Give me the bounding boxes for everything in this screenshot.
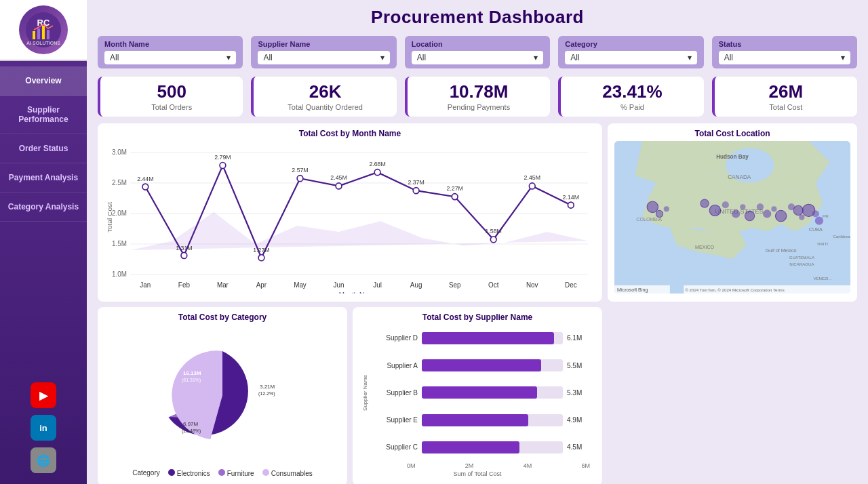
bar-supplier-e-label: Supplier E — [376, 416, 418, 424]
svg-text:2.45M: 2.45M — [524, 174, 540, 181]
sidebar-item-order-status[interactable]: Order Status — [0, 134, 87, 163]
svg-text:1.31M: 1.31M — [176, 244, 192, 251]
filters-row: Month Name All ▾ Supplier Name All ▾ Loc… — [87, 32, 868, 73]
filter-supplier-select[interactable]: All ▾ — [258, 51, 389, 64]
bar-chart-inner: Supplier D 6.1M Supplier A — [370, 325, 595, 461]
pie-chart-svg: 16.13M (61.31%) 6.97M (26.48%) 3.21M (12… — [155, 341, 290, 449]
svg-rect-5 — [47, 30, 50, 39]
svg-point-77 — [740, 204, 745, 209]
linkedin-icon[interactable]: in — [31, 415, 56, 441]
website-icon[interactable]: 🌐 — [31, 447, 56, 473]
svg-text:Sep: Sep — [449, 281, 461, 289]
svg-text:CUBA: CUBA — [809, 227, 823, 233]
svg-point-18 — [142, 184, 149, 190]
bar-supplier-c-track — [422, 441, 563, 453]
bar-chart-title: Total Cost by Supplier Name — [359, 312, 595, 322]
svg-text:1.58M: 1.58M — [486, 228, 502, 235]
filter-category-label: Category — [565, 40, 696, 48]
svg-point-20 — [220, 162, 226, 168]
svg-point-75 — [722, 201, 729, 208]
sidebar-item-payment-analysis[interactable]: Payment Analysis — [0, 163, 87, 193]
svg-text:NICARAGUA: NICARAGUA — [789, 262, 814, 266]
filter-status-label: Status — [719, 40, 850, 48]
svg-text:2.0M: 2.0M — [112, 209, 127, 217]
svg-point-26 — [452, 193, 458, 199]
svg-point-70 — [647, 201, 658, 212]
page-title: Procurement Dashboard — [100, 7, 854, 28]
filter-category-select[interactable]: All ▾ — [565, 51, 696, 64]
svg-text:Mar: Mar — [217, 281, 229, 289]
bar-supplier-b-value: 5.3M — [567, 389, 590, 397]
svg-text:(26.48%): (26.48%) — [182, 428, 201, 434]
filter-supplier-label: Supplier Name — [258, 40, 389, 48]
svg-text:Nov: Nov — [526, 281, 538, 289]
main-content: Procurement Dashboard Month Name All ▾ S… — [87, 0, 868, 484]
pie-chart-container: 16.13M (61.31%) 6.97M (26.48%) 3.21M (12… — [104, 325, 340, 477]
svg-point-24 — [374, 169, 380, 175]
svg-point-78 — [745, 211, 754, 220]
bar-supplier-a-label: Supplier A — [376, 362, 418, 369]
svg-text:May: May — [294, 281, 307, 289]
sidebar-item-overview[interactable]: Overview — [0, 66, 87, 96]
youtube-icon[interactable]: ▶ — [31, 382, 56, 408]
svg-text:2.14M: 2.14M — [563, 193, 579, 200]
svg-text:Apr: Apr — [256, 281, 267, 289]
bar-supplier-d-label: Supplier D — [376, 334, 418, 342]
sidebar-item-supplier-performance[interactable]: Supplier Performance — [0, 96, 87, 134]
svg-text:(61.31%): (61.31%) — [182, 378, 201, 383]
map-background: Hudson Bay CANADA UNITED STATES MEXICO G… — [614, 141, 850, 294]
kpi-total-quantity-value: 26K — [262, 82, 388, 102]
bar-supplier-c-fill — [422, 441, 519, 453]
svg-point-71 — [656, 210, 663, 217]
header: Procurement Dashboard — [87, 0, 868, 32]
svg-point-22 — [297, 175, 303, 181]
filter-month-select[interactable]: All ▾ — [104, 51, 236, 64]
svg-text:HAITI: HAITI — [817, 241, 828, 245]
svg-text:(12.2%): (12.2%) — [258, 391, 275, 397]
svg-text:2.45M: 2.45M — [330, 174, 347, 181]
svg-text:2.37M: 2.37M — [408, 179, 424, 186]
map-chart-card: Total Cost Location — [608, 123, 857, 302]
bar-supplier-a-value: 5.5M — [567, 362, 590, 369]
filter-category: Category All ▾ — [558, 36, 703, 68]
svg-point-25 — [413, 187, 419, 193]
line-chart-title: Total Cost by Month Name — [104, 129, 595, 138]
svg-text:Gulf of Mexico: Gulf of Mexico — [766, 247, 797, 253]
svg-point-73 — [701, 199, 709, 207]
kpi-total-cost-label: Total Cost — [723, 103, 849, 111]
svg-text:3.0M: 3.0M — [112, 148, 127, 156]
bar-chart-container: Supplier Name Supplier D 6.1M — [359, 325, 595, 477]
svg-point-79 — [757, 203, 764, 210]
bar-supplier-a-track — [422, 359, 563, 371]
svg-rect-2 — [33, 31, 35, 39]
bar-supplier-c-value: 4.5M — [567, 443, 590, 451]
svg-text:Caribbean S.: Caribbean S. — [833, 234, 850, 239]
svg-rect-4 — [42, 26, 45, 39]
bar-y-axis-label: Supplier Name — [362, 375, 368, 411]
logo-icon: RC AI SOLUTIONS — [19, 5, 68, 54]
bar-row-supplier-b: Supplier B 5.3M — [376, 386, 590, 399]
svg-text:Oct: Oct — [488, 281, 499, 289]
kpi-pending-payments: 10.78M Pending Payments — [405, 77, 550, 117]
bar-supplier-b-fill — [422, 386, 537, 399]
svg-text:VENEZI...: VENEZI... — [813, 275, 832, 280]
bar-supplier-b-label: Supplier B — [376, 389, 418, 397]
svg-point-76 — [732, 209, 740, 218]
svg-text:Month Name: Month Name — [339, 291, 378, 293]
bar-supplier-d-fill — [422, 332, 554, 344]
map-chart-title: Total Cost Location — [614, 129, 850, 138]
svg-point-27 — [490, 236, 496, 242]
kpi-total-orders-value: 500 — [108, 82, 235, 102]
bar-row-supplier-a: Supplier A 5.5M — [376, 359, 590, 371]
filter-location-select[interactable]: All ▾ — [412, 51, 543, 64]
sidebar-item-category-analysis[interactable]: Category Analysis — [0, 193, 87, 222]
svg-point-74 — [709, 205, 720, 216]
svg-text:Hudson Bay: Hudson Bay — [716, 153, 749, 159]
svg-text:PR.: PR. — [823, 213, 830, 218]
svg-text:16.13M: 16.13M — [183, 370, 201, 376]
svg-point-28 — [529, 183, 535, 189]
filter-status-select[interactable]: All ▾ — [719, 51, 850, 64]
kpi-total-cost: 26M Total Cost — [712, 77, 857, 117]
svg-text:Feb: Feb — [178, 281, 190, 289]
svg-point-82 — [775, 210, 786, 221]
